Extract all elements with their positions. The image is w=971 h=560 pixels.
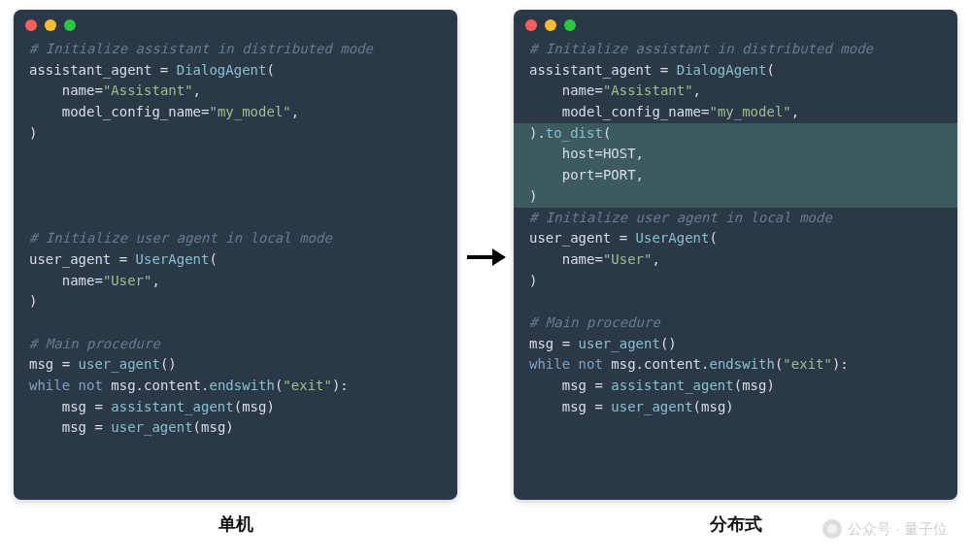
code-line: # Initialize assistant in distributed mo…	[514, 39, 957, 60]
code-line: assistant_agent = DialogAgent(	[14, 60, 457, 82]
label-left: 单机	[14, 512, 457, 536]
code-line: name="User",	[514, 249, 957, 271]
code-line: msg = user_agent()	[14, 354, 457, 376]
code-body-right: # Initialize assistant in distributed mo…	[514, 37, 957, 500]
code-line	[514, 439, 957, 460]
minimize-icon	[545, 19, 556, 31]
labels-row: 单机 分布式	[0, 512, 971, 536]
titlebar-left	[14, 10, 457, 37]
code-window-right: # Initialize assistant in distributed mo…	[514, 10, 957, 500]
titlebar-right	[514, 10, 957, 37]
code-line: assistant_agent = DialogAgent(	[514, 60, 957, 82]
code-line: msg = assistant_agent(msg)	[514, 376, 957, 397]
code-line: user_agent = UserAgent(	[514, 228, 957, 249]
code-line: port=PORT,	[514, 165, 957, 186]
comparison-container: # Initialize assistant in distributed mo…	[0, 0, 971, 505]
code-line	[14, 208, 457, 229]
code-window-left: # Initialize assistant in distributed mo…	[14, 10, 457, 500]
maximize-icon	[64, 19, 76, 31]
code-line: name="Assistant",	[14, 81, 457, 102]
code-line: # Initialize user agent in local mode	[14, 228, 457, 249]
code-line	[14, 144, 457, 165]
code-line: model_config_name="my_model",	[514, 102, 957, 123]
code-line	[514, 417, 957, 439]
code-line: name="Assistant",	[514, 81, 957, 102]
code-line: msg = user_agent(msg)	[514, 397, 957, 418]
code-line: )	[14, 123, 457, 145]
code-line: user_agent = UserAgent(	[14, 249, 457, 271]
code-body-left: # Initialize assistant in distributed mo…	[14, 37, 457, 500]
code-line	[14, 313, 457, 334]
code-line: msg = user_agent(msg)	[14, 417, 457, 439]
code-line: # Main procedure	[514, 313, 957, 334]
maximize-icon	[564, 19, 576, 31]
code-line: name="User",	[14, 271, 457, 292]
code-line: msg = assistant_agent(msg)	[14, 397, 457, 418]
svg-marker-1	[492, 248, 506, 266]
code-line: # Main procedure	[14, 334, 457, 355]
minimize-icon	[45, 19, 56, 31]
code-line	[14, 460, 457, 481]
code-line: model_config_name="my_model",	[14, 102, 457, 123]
code-line	[14, 186, 457, 208]
arrow-icon	[465, 10, 506, 505]
code-line: )	[514, 271, 957, 292]
code-line: )	[514, 186, 957, 208]
code-line: ).to_dist(	[514, 123, 957, 145]
code-line: host=HOST,	[514, 144, 957, 165]
code-line: while not msg.content.endswith("exit"):	[14, 376, 457, 397]
code-line: # Initialize assistant in distributed mo…	[14, 39, 457, 60]
close-icon	[525, 19, 537, 31]
label-right: 分布式	[514, 512, 957, 536]
code-line	[14, 165, 457, 186]
code-line: # Initialize user agent in local mode	[514, 208, 957, 229]
code-line	[514, 460, 957, 481]
code-line: msg = user_agent()	[514, 334, 957, 355]
close-icon	[25, 19, 37, 31]
code-line	[514, 291, 957, 313]
code-line: while not msg.content.endswith("exit"):	[514, 354, 957, 376]
code-line: )	[14, 291, 457, 313]
code-line	[14, 439, 457, 460]
